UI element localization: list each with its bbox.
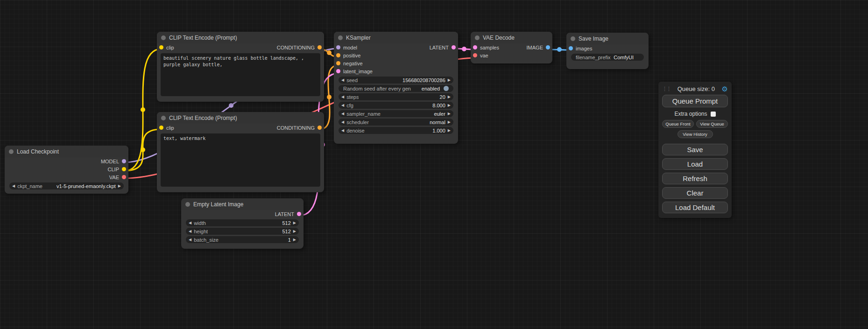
widget-seed[interactable]: seed 156680208700286 — [339, 77, 453, 84]
node-titlebar[interactable]: CLIP Text Encode (Prompt) — [157, 112, 324, 124]
input-slot-clip[interactable] — [159, 45, 163, 49]
widget-steps[interactable]: steps 20 — [339, 93, 453, 100]
input-label-clip: clip — [166, 125, 174, 131]
settings-gear-icon[interactable] — [722, 85, 728, 92]
output-label-clip: CLIP — [108, 167, 119, 172]
decrement-icon[interactable] — [341, 129, 344, 133]
node-clip-text-encode-negative[interactable]: CLIP Text Encode (Prompt) clip CONDITION… — [157, 112, 324, 192]
toggle-knob-icon[interactable] — [444, 86, 449, 91]
drag-handle-icon[interactable] — [662, 86, 670, 92]
link-dot — [327, 50, 332, 55]
input-label-samples: samples — [480, 45, 499, 50]
output-slot-latent[interactable] — [452, 45, 456, 49]
widget-random-seed-toggle[interactable]: Random seed after every gen enabled — [339, 85, 453, 92]
clear-button[interactable]: Clear — [662, 187, 728, 199]
node-save-image[interactable]: Save Image images filename_prefix ComfyU… — [566, 33, 649, 69]
extra-options-checkbox[interactable] — [711, 112, 716, 117]
prev-value-icon[interactable] — [341, 112, 344, 116]
negative-prompt-textarea[interactable]: text, watermark — [161, 133, 320, 187]
collapse-dot-icon[interactable] — [9, 149, 14, 154]
widget-width[interactable]: width 512 — [186, 219, 299, 226]
queue-panel[interactable]: Queue size: 0 Queue Prompt Extra options… — [658, 82, 732, 218]
node-title: CLIP Text Encode (Prompt) — [169, 35, 237, 41]
widget-height[interactable]: height 512 — [186, 228, 299, 235]
node-title: Empty Latent Image — [193, 201, 243, 208]
input-slot-vae[interactable] — [473, 53, 477, 57]
next-value-icon[interactable] — [448, 120, 451, 124]
node-empty-latent-image[interactable]: Empty Latent Image LATENT width 512 heig… — [181, 198, 303, 249]
increment-icon[interactable] — [293, 230, 296, 233]
input-label-vae: vae — [480, 53, 488, 58]
increment-icon[interactable] — [293, 221, 296, 225]
refresh-button[interactable]: Refresh — [662, 173, 728, 184]
collapse-dot-icon[interactable] — [571, 36, 575, 41]
collapse-dot-icon[interactable] — [161, 35, 166, 40]
increment-icon[interactable] — [448, 78, 451, 82]
node-titlebar[interactable]: CLIP Text Encode (Prompt) — [157, 32, 324, 43]
decrement-icon[interactable] — [189, 221, 191, 225]
output-slot-conditioning[interactable] — [318, 45, 322, 49]
input-slot-images[interactable] — [569, 46, 573, 50]
node-ksampler[interactable]: KSampler model LATENT positive negative — [334, 32, 458, 144]
input-slot-clip[interactable] — [159, 126, 163, 130]
input-slot-samples[interactable] — [473, 45, 477, 49]
widget-ckpt-name[interactable]: ckpt_name v1-5-pruned-emaonly.ckpt — [9, 182, 124, 189]
input-label-images: images — [576, 46, 592, 51]
view-history-button[interactable]: View History — [677, 130, 713, 138]
widget-cfg[interactable]: cfg 8.000 — [339, 102, 453, 109]
collapse-dot-icon[interactable] — [475, 35, 480, 40]
next-value-icon[interactable] — [118, 184, 121, 188]
extra-options-label: Extra options — [674, 111, 707, 117]
node-titlebar[interactable]: Load Checkpoint — [5, 146, 128, 157]
widget-denoise[interactable]: denoise 1.000 — [339, 127, 453, 134]
positive-prompt-textarea[interactable]: beautiful scenery nature glass bottle la… — [161, 53, 320, 96]
next-value-icon[interactable] — [448, 112, 451, 116]
prev-value-icon[interactable] — [12, 184, 15, 188]
graph-canvas[interactable]: Load Checkpoint MODEL CLIP VAE ckpt_name… — [0, 0, 868, 329]
output-slot-latent[interactable] — [297, 212, 301, 216]
input-slot-latent-image[interactable] — [336, 69, 340, 73]
increment-icon[interactable] — [448, 129, 451, 133]
widget-batch-size[interactable]: batch_size 1 — [186, 236, 299, 243]
node-titlebar[interactable]: Empty Latent Image — [181, 198, 303, 210]
increment-icon[interactable] — [293, 238, 296, 242]
widget-sampler-name[interactable]: sampler_name euler — [339, 110, 453, 117]
increment-icon[interactable] — [448, 95, 451, 99]
load-button[interactable]: Load — [662, 158, 728, 170]
node-titlebar[interactable]: KSampler — [334, 32, 458, 43]
prev-value-icon[interactable] — [341, 120, 344, 124]
input-label-latent-image: latent_image — [343, 69, 373, 74]
node-titlebar[interactable]: Save Image — [566, 33, 649, 44]
load-default-button[interactable]: Load Default — [662, 202, 728, 213]
decrement-icon[interactable] — [341, 95, 344, 99]
decrement-icon[interactable] — [189, 238, 191, 242]
collapse-dot-icon[interactable] — [185, 202, 190, 207]
decrement-icon[interactable] — [341, 104, 344, 107]
output-slot-vae[interactable] — [122, 175, 126, 179]
output-slot-model[interactable] — [122, 159, 126, 163]
view-queue-button[interactable]: View Queue — [696, 120, 728, 128]
output-slot-conditioning[interactable] — [318, 126, 322, 130]
node-title: VAE Decode — [483, 35, 515, 41]
node-vae-decode[interactable]: VAE Decode samples IMAGE vae — [471, 32, 552, 63]
collapse-dot-icon[interactable] — [161, 116, 166, 120]
collapse-dot-icon[interactable] — [338, 35, 343, 40]
increment-icon[interactable] — [448, 104, 451, 107]
input-slot-negative[interactable] — [336, 61, 340, 65]
widget-scheduler[interactable]: scheduler normal — [339, 119, 453, 126]
node-clip-text-encode-positive[interactable]: CLIP Text Encode (Prompt) clip CONDITION… — [157, 32, 324, 102]
save-button[interactable]: Save — [662, 144, 728, 155]
widget-filename-prefix[interactable]: filename_prefix ComfyUI — [571, 54, 644, 61]
input-slot-model[interactable] — [336, 45, 340, 49]
input-slot-positive[interactable] — [336, 53, 340, 57]
decrement-icon[interactable] — [189, 230, 191, 233]
queue-prompt-button[interactable]: Queue Prompt — [662, 95, 728, 107]
output-slot-image[interactable] — [546, 45, 550, 49]
node-load-checkpoint[interactable]: Load Checkpoint MODEL CLIP VAE ckpt_name… — [5, 146, 128, 194]
node-titlebar[interactable]: VAE Decode — [471, 32, 552, 43]
node-title: KSampler — [346, 35, 371, 41]
queue-size-label: Queue size: 0 — [670, 85, 722, 92]
decrement-icon[interactable] — [341, 78, 344, 82]
output-slot-clip[interactable] — [122, 167, 126, 171]
queue-front-button[interactable]: Queue Front — [662, 120, 694, 128]
